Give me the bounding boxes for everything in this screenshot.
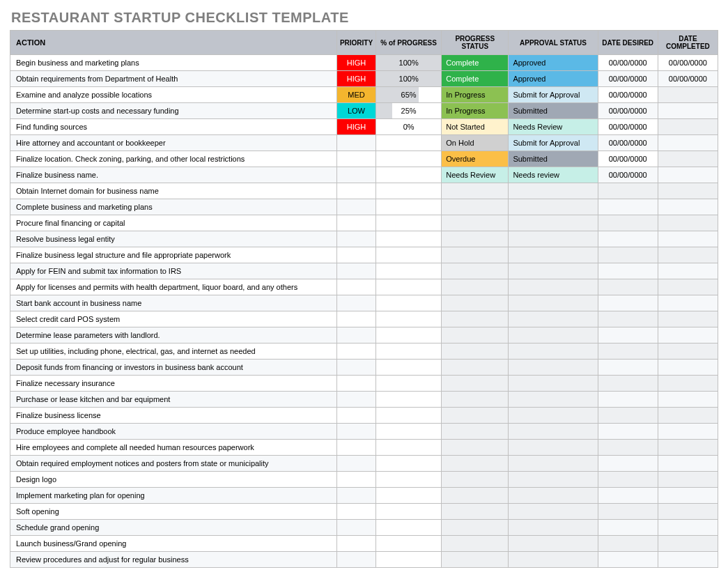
cell-progress[interactable]: [376, 295, 442, 311]
col-approval-status[interactable]: APPROVAL STATUS: [509, 31, 598, 55]
cell-approval-status[interactable]: [509, 472, 598, 488]
cell-action[interactable]: Begin business and marketing plans: [10, 55, 337, 71]
cell-priority[interactable]: [336, 376, 375, 392]
cell-progress[interactable]: [376, 327, 442, 343]
cell-priority[interactable]: [336, 183, 375, 199]
cell-approval-status[interactable]: [509, 199, 598, 215]
cell-date-completed[interactable]: [658, 295, 718, 311]
cell-date-desired[interactable]: [598, 215, 658, 231]
cell-date-desired[interactable]: [598, 440, 658, 456]
cell-date-completed[interactable]: [658, 247, 718, 263]
cell-progress-status[interactable]: [442, 440, 509, 456]
cell-approval-status[interactable]: [509, 552, 598, 568]
cell-progress[interactable]: [376, 504, 442, 520]
cell-action[interactable]: Hire employees and complete all needed h…: [10, 440, 337, 456]
cell-progress-status[interactable]: Complete: [442, 71, 509, 87]
cell-date-desired[interactable]: 00/00/0000: [598, 103, 658, 119]
cell-date-desired[interactable]: [598, 247, 658, 263]
cell-priority[interactable]: [336, 343, 375, 360]
cell-progress[interactable]: [376, 392, 442, 408]
cell-approval-status[interactable]: [509, 263, 598, 279]
cell-approval-status[interactable]: Needs Review: [509, 119, 598, 135]
cell-progress-status[interactable]: [442, 231, 509, 247]
cell-date-completed[interactable]: [658, 343, 718, 360]
cell-approval-status[interactable]: [509, 376, 598, 392]
cell-progress-status[interactable]: [442, 263, 509, 279]
cell-progress[interactable]: [376, 343, 442, 360]
cell-approval-status[interactable]: [509, 392, 598, 408]
cell-priority[interactable]: [336, 311, 375, 327]
cell-date-desired[interactable]: [598, 311, 658, 327]
cell-progress[interactable]: [376, 135, 442, 151]
cell-date-completed[interactable]: [658, 279, 718, 295]
cell-progress-status[interactable]: [442, 327, 509, 343]
cell-priority[interactable]: [336, 151, 375, 167]
cell-date-desired[interactable]: 00/00/0000: [598, 55, 658, 71]
cell-date-completed[interactable]: [658, 392, 718, 408]
cell-date-completed[interactable]: [658, 215, 718, 231]
cell-date-completed[interactable]: [658, 552, 718, 568]
cell-action[interactable]: Procure final financing or capital: [10, 215, 337, 231]
cell-date-completed[interactable]: [658, 456, 718, 472]
cell-action[interactable]: Complete business and marketing plans: [10, 199, 337, 215]
cell-date-completed[interactable]: [658, 87, 718, 103]
cell-priority[interactable]: [336, 295, 375, 311]
cell-action[interactable]: Finalize location. Check zoning, parking…: [10, 151, 337, 167]
cell-progress-status[interactable]: [442, 295, 509, 311]
cell-progress[interactable]: [376, 376, 442, 392]
cell-action[interactable]: Obtain required employment notices and p…: [10, 456, 337, 472]
cell-progress[interactable]: [376, 408, 442, 424]
cell-progress-status[interactable]: [442, 215, 509, 231]
cell-priority[interactable]: [336, 199, 375, 215]
cell-progress[interactable]: [376, 151, 442, 167]
cell-action[interactable]: Produce employee handbook: [10, 424, 337, 440]
cell-date-desired[interactable]: [598, 456, 658, 472]
cell-progress-status[interactable]: Not Started: [442, 119, 509, 135]
cell-progress-status[interactable]: [442, 199, 509, 215]
cell-date-completed[interactable]: [658, 167, 718, 183]
cell-date-desired[interactable]: 00/00/0000: [598, 167, 658, 183]
cell-action[interactable]: Finalize necessary insurance: [10, 376, 337, 392]
cell-progress[interactable]: 100%: [376, 71, 442, 87]
cell-progress[interactable]: [376, 424, 442, 440]
cell-approval-status[interactable]: [509, 295, 598, 311]
cell-approval-status[interactable]: [509, 247, 598, 263]
cell-approval-status[interactable]: [509, 504, 598, 520]
cell-date-desired[interactable]: [598, 199, 658, 215]
cell-date-completed[interactable]: [658, 199, 718, 215]
cell-date-completed[interactable]: [658, 135, 718, 151]
cell-progress-status[interactable]: [442, 360, 509, 376]
col-progress[interactable]: % of PROGRESS: [376, 31, 442, 55]
cell-priority[interactable]: [336, 279, 375, 295]
cell-priority[interactable]: [336, 520, 375, 536]
cell-priority[interactable]: HIGH: [336, 119, 375, 135]
cell-date-completed[interactable]: [658, 504, 718, 520]
cell-date-completed[interactable]: [658, 440, 718, 456]
cell-date-desired[interactable]: [598, 376, 658, 392]
cell-progress[interactable]: [376, 488, 442, 504]
cell-progress[interactable]: [376, 456, 442, 472]
cell-priority[interactable]: [336, 504, 375, 520]
cell-action[interactable]: Select credit card POS system: [10, 311, 337, 327]
cell-date-desired[interactable]: [598, 472, 658, 488]
cell-date-desired[interactable]: [598, 504, 658, 520]
cell-date-desired[interactable]: 00/00/0000: [598, 151, 658, 167]
cell-date-completed[interactable]: [658, 327, 718, 343]
cell-approval-status[interactable]: [509, 488, 598, 504]
cell-progress-status[interactable]: [442, 247, 509, 263]
cell-date-desired[interactable]: [598, 392, 658, 408]
cell-progress-status[interactable]: [442, 456, 509, 472]
cell-action[interactable]: Review procedures and adjust for regular…: [10, 552, 337, 568]
cell-date-desired[interactable]: [598, 536, 658, 552]
cell-progress-status[interactable]: [442, 504, 509, 520]
cell-date-completed[interactable]: [658, 231, 718, 247]
cell-date-desired[interactable]: 00/00/0000: [598, 135, 658, 151]
cell-progress[interactable]: [376, 215, 442, 231]
cell-date-completed[interactable]: [658, 376, 718, 392]
col-priority[interactable]: PRIORITY: [336, 31, 375, 55]
cell-priority[interactable]: [336, 408, 375, 424]
cell-date-desired[interactable]: [598, 488, 658, 504]
cell-priority[interactable]: [336, 392, 375, 408]
cell-date-desired[interactable]: [598, 295, 658, 311]
cell-date-completed[interactable]: [658, 472, 718, 488]
